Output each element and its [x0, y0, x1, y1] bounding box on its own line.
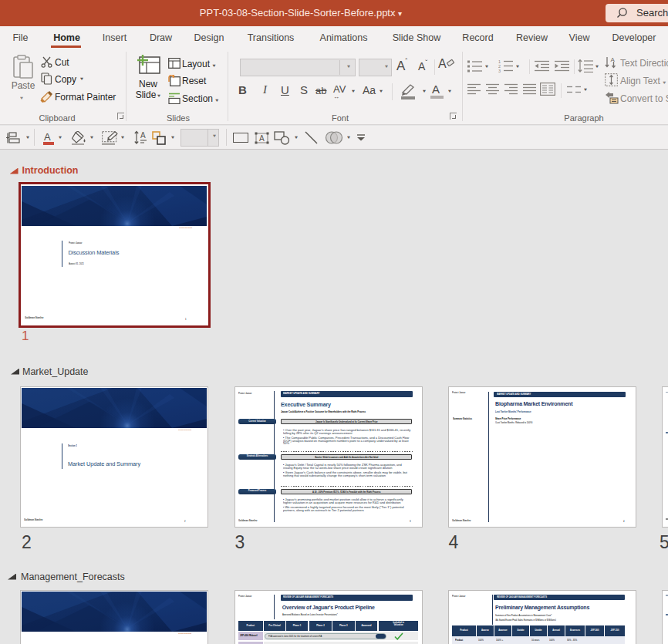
svg-text:A: A — [140, 131, 146, 140]
svg-text:3: 3 — [498, 69, 501, 73]
svg-text:A: A — [611, 56, 616, 63]
svg-text:A: A — [259, 134, 265, 143]
